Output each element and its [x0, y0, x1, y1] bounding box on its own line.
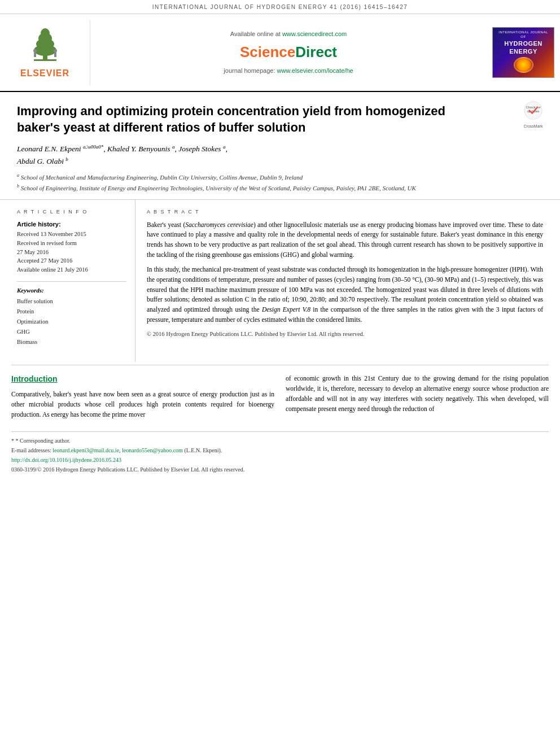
keyword-3: Optimization	[17, 317, 126, 327]
footnote-section: * * Corresponding author. E-mail address…	[11, 431, 549, 474]
keyword-5: Biomass	[17, 337, 126, 347]
svg-point-5	[41, 28, 50, 38]
svg-text:Check for: Check for	[526, 105, 540, 109]
revised-date: 27 May 2016	[17, 248, 126, 257]
elsevier-tree-icon	[23, 25, 68, 65]
article-title: Improving and optimizing protein concent…	[17, 103, 480, 136]
introduction-right: of economic growth in this 21st Century …	[286, 374, 549, 423]
doi-link[interactable]: http://dx.doi.org/10.1016/j.ijhydene.201…	[11, 457, 121, 463]
elsevier-brand-text: ELSEVIER	[20, 67, 69, 80]
svg-rect-7	[34, 53, 36, 57]
article-info-header: A R T I C L E I N F O	[17, 208, 126, 216]
authors-line: Leonard E.N. Ekpeni a,\u00a0*, Khaled Y.…	[17, 143, 543, 168]
abstract-text: Baker's yeast (Saccharomyces cerevisiae)…	[147, 220, 543, 339]
issn-line: 0360-3199/© 2016 Hydrogen Energy Publica…	[11, 465, 549, 474]
keywords-label: Keywords:	[17, 286, 126, 295]
journal-cover-area: International Journal of HYDROGEN ENERGY	[487, 20, 560, 85]
journal-cover-image: International Journal of HYDROGEN ENERGY	[492, 27, 554, 78]
center-header: Available online at www.sciencedirect.co…	[90, 20, 487, 85]
crossmark-label: CrossMark	[523, 124, 543, 129]
cover-circle-decoration	[514, 57, 533, 73]
introduction-title: Introduction	[11, 374, 274, 385]
email-addresses-line: E-mail addresses: leonard.ekpeni3@mail.d…	[11, 446, 549, 455]
intro-para-1: Comparatively, baker's yeast have now be…	[11, 390, 274, 420]
affiliation-a: a School of Mechanical and Manufacturing…	[17, 172, 543, 182]
sciencedirect-url[interactable]: www.sciencedirect.com	[282, 30, 347, 37]
direct-text: Direct	[295, 43, 337, 60]
article-info-column: A R T I C L E I N F O Article history: R…	[11, 200, 135, 362]
header-section: ELSEVIER Available online at www.science…	[0, 14, 560, 92]
available-online-label: Available online at www.sciencedirect.co…	[230, 30, 347, 38]
available-date: Available online 21 July 2016	[17, 265, 126, 274]
journal-homepage-url[interactable]: www.elsevier.com/locate/he	[277, 67, 353, 74]
svg-rect-1	[34, 59, 56, 61]
journal-title-text: International Journal of Hydrogen Energy…	[152, 4, 408, 10]
keywords-block: Keywords: Buffer solution Protein Optimi…	[17, 286, 126, 347]
main-content: A R T I C L E I N F O Article history: R…	[0, 200, 560, 362]
cover-energy-text: ENERGY	[496, 47, 551, 55]
sciencedirect-logo: ScienceDirect	[240, 42, 337, 62]
journal-title-bar: International Journal of Hydrogen Energy…	[0, 0, 560, 14]
crossmark-icon: Check for updates	[523, 101, 543, 120]
abstract-paragraph-1: Baker's yeast (Saccharomyces cerevisiae)…	[147, 220, 543, 260]
introduction-body-right: of economic growth in this 21st Century …	[286, 374, 549, 414]
svg-point-6	[33, 49, 37, 53]
intro-para-right: of economic growth in this 21st Century …	[286, 374, 549, 414]
copyright-line: © 2016 Hydrogen Energy Publications LLC.…	[147, 330, 543, 339]
introduction-two-col: Introduction Comparatively, baker's yeas…	[11, 374, 549, 423]
svg-rect-9	[54, 53, 56, 57]
article-title-section: Improving and optimizing protein concent…	[0, 92, 560, 200]
accepted-date: Accepted 27 May 2016	[17, 256, 126, 265]
abstract-paragraph-2: In this study, the mechanical pre-treatm…	[147, 265, 543, 325]
email-1-link[interactable]: leonard.ekpeni3@mail.dcu.ie	[53, 447, 119, 453]
email-2-link[interactable]: leonardo55en@yahoo.com	[122, 447, 183, 453]
cover-international-text: International Journal of	[496, 30, 551, 40]
svg-point-8	[54, 49, 57, 53]
elsevier-logo: ELSEVIER	[0, 20, 90, 85]
journal-homepage: journal homepage: www.elsevier.com/locat…	[224, 67, 353, 75]
keyword-4: GHG	[17, 327, 126, 337]
info-divider	[17, 281, 126, 282]
abstract-header: A B S T R A C T	[147, 208, 543, 216]
main-divider	[11, 365, 549, 365]
article-history-block: Article history: Received 13 November 20…	[17, 220, 126, 274]
body-section: Introduction Comparatively, baker's yeas…	[0, 368, 560, 480]
crossmark-badge: Check for updates CrossMark	[523, 101, 543, 129]
received-1: Received 13 November 2015	[17, 230, 126, 239]
introduction-left: Introduction Comparatively, baker's yeas…	[11, 374, 274, 423]
keyword-2: Protein	[17, 307, 126, 317]
keywords-list: Buffer solution Protein Optimization GHG…	[17, 296, 126, 347]
introduction-body-left: Comparatively, baker's yeast have now be…	[11, 390, 274, 420]
affiliations: a School of Mechanical and Manufacturing…	[17, 172, 543, 193]
history-label: Article history:	[17, 220, 126, 229]
with-text: with	[411, 395, 422, 402]
affiliation-b: b School of Engineering, Institute of En…	[17, 183, 543, 193]
cover-hydrogen-text: HYDROGEN	[496, 40, 551, 47]
doi-link-line: http://dx.doi.org/10.1016/j.ijhydene.201…	[11, 456, 549, 464]
keyword-1: Buffer solution	[17, 296, 126, 307]
revised-label: Received in revised form	[17, 239, 126, 248]
abstract-column: A B S T R A C T Baker's yeast (Saccharom…	[135, 200, 549, 362]
science-text: Science	[240, 43, 295, 60]
corresponding-author-note: * * Corresponding author.	[11, 436, 549, 445]
